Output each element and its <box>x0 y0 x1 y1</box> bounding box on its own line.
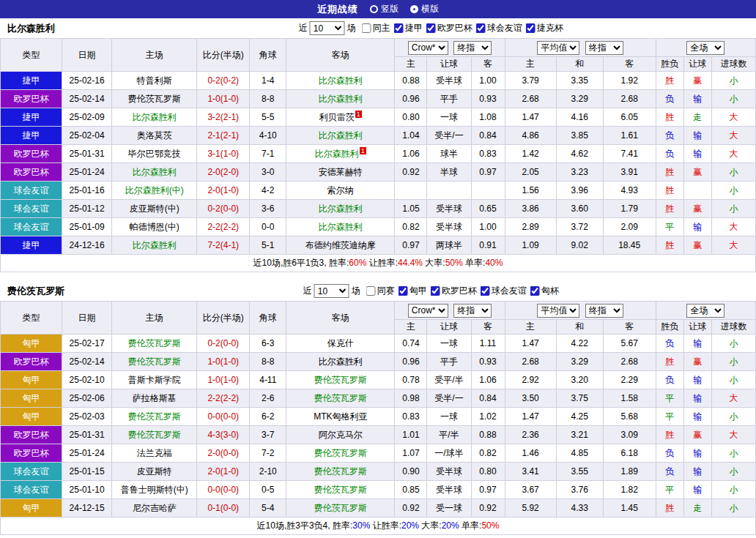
avg-draw-cell: 3.85 <box>556 127 603 145</box>
summary-part: 50% <box>445 258 463 268</box>
games-label: 场 <box>352 285 360 297</box>
summary-part: 胜率: <box>333 520 352 531</box>
col-odds-home: 主 <box>395 57 427 72</box>
team-name-cell: 萨拉格斯基 <box>112 389 197 408</box>
checkbox-input[interactable] <box>426 23 436 33</box>
avg-home-cell: 3.86 <box>505 200 556 218</box>
filter-checkbox-欧罗巴杯[interactable]: 欧罗巴杯 <box>426 22 472 34</box>
result-cell: 大 <box>711 108 755 127</box>
scope-select[interactable]: 全场 <box>686 41 724 55</box>
checkbox-input[interactable] <box>399 286 408 296</box>
checkbox-label: 捷甲 <box>405 22 423 34</box>
summary-part: 大率: <box>423 258 445 268</box>
result-cell: 输 <box>683 145 711 163</box>
layout-radio-vertical[interactable]: 竖版 <box>370 3 399 15</box>
odds-handicap-cell: 受平/半 <box>427 371 471 389</box>
checkbox-input[interactable] <box>394 23 404 33</box>
team-name-cell: 费伦茨瓦罗斯 <box>112 426 197 444</box>
checkbox-input[interactable] <box>481 286 490 296</box>
result-cell: 平 <box>656 481 683 499</box>
summary-part: 单率: <box>463 258 486 268</box>
odds-source-select[interactable]: Crow* <box>408 304 448 318</box>
checkbox-input[interactable] <box>362 23 371 33</box>
team-name-cell: 费伦茨瓦罗斯 <box>112 335 197 353</box>
col-avg-draw: 和 <box>556 57 603 72</box>
filter-checkbox-欧罗巴杯[interactable]: 欧罗巴杯 <box>431 285 477 297</box>
avg-home-cell: 1.47 <box>505 335 556 353</box>
checkbox-input[interactable] <box>530 286 540 296</box>
avg-draw-cell: 9.02 <box>556 236 603 255</box>
date-cell: 25-02-09 <box>62 108 112 127</box>
scope-select[interactable]: 全场 <box>686 304 724 318</box>
col-result: 胜负 <box>656 57 683 72</box>
checkbox-label: 捷克杯 <box>537 22 563 34</box>
league-badge: 欧罗巴杯 <box>1 426 62 444</box>
odds-handicap-cell: 平/半 <box>427 426 471 444</box>
league-badge: 欧罗巴杯 <box>1 145 62 163</box>
checkbox-input[interactable] <box>431 286 440 296</box>
score-cell: 0-2(0-0) <box>197 335 250 353</box>
avg-home-cell: 1.46 <box>505 444 556 463</box>
result-cell: 输 <box>683 408 711 426</box>
odds-final-select[interactable]: 终指 <box>453 41 492 55</box>
score-cell: 2-2(2-2) <box>197 218 250 236</box>
date-cell: 25-01-24 <box>62 163 112 182</box>
odds-final-select[interactable]: 终指 <box>453 304 492 318</box>
match-count-select[interactable]: 10 <box>310 21 345 35</box>
date-cell: 25-02-03 <box>62 408 112 426</box>
summary-part: 胜率: <box>329 258 349 268</box>
avg-source-select[interactable]: 平均值 <box>537 41 579 55</box>
team-name-cell: 比尔森胜利 <box>286 72 395 90</box>
filter-checkbox-球会友谊[interactable]: 球会友谊 <box>481 285 527 297</box>
filter-checkbox-同主[interactable]: 同主 <box>362 22 390 34</box>
section-header: 费伦茨瓦罗斯 近 10 场 同赛匈甲欧罗巴杯球会友谊匈杯 <box>0 281 756 301</box>
odds-away-cell: 0.84 <box>471 389 505 408</box>
filter-checkbox-匈甲[interactable]: 匈甲 <box>399 285 427 297</box>
avg-draw-cell: 4.16 <box>556 108 603 127</box>
league-badge: 匈甲 <box>1 335 62 353</box>
summary-part: 让胜率: <box>370 520 401 531</box>
result-cell: 胜 <box>656 200 683 218</box>
odds-group-header: Crow* 终指 <box>395 302 505 320</box>
odds-home-cell: 0.83 <box>395 408 427 426</box>
result-cell: 小 <box>711 72 755 90</box>
filter-checkbox-捷克杯[interactable]: 捷克杯 <box>526 22 563 34</box>
odds-away-cell: 0.80 <box>471 463 505 481</box>
summary-part: 30% <box>352 520 370 531</box>
match-row: 欧罗巴杯25-01-24比尔森胜利2-0(2-0)3-0安德莱赫特0.92半球0… <box>1 163 756 182</box>
checkbox-input[interactable] <box>476 23 486 33</box>
avg-final-select[interactable]: 终指 <box>585 41 623 55</box>
avg-home-cell: 3.50 <box>505 389 556 408</box>
avg-home-cell: 5.92 <box>505 499 556 518</box>
filter-checkbox-匈杯[interactable]: 匈杯 <box>530 285 559 297</box>
score-cell: 2-2(2-2) <box>197 389 250 408</box>
filter-checkbox-捷甲[interactable]: 捷甲 <box>394 22 423 34</box>
col-home: 主场 <box>112 302 197 335</box>
avg-away-cell: 7.41 <box>603 145 656 163</box>
avg-home-cell: 1.09 <box>505 236 556 255</box>
avg-final-select[interactable]: 终指 <box>585 304 623 318</box>
team-title: 费伦茨瓦罗斯 <box>7 285 64 298</box>
filter-checkbox-球会友谊[interactable]: 球会友谊 <box>476 22 522 34</box>
avg-draw-cell: 3.20 <box>556 371 603 389</box>
summary-part: 20% <box>401 520 419 531</box>
avg-draw-cell: 3.76 <box>556 481 603 499</box>
col-home: 主场 <box>112 39 197 72</box>
odds-away-cell: 1.00 <box>471 218 505 236</box>
odds-home-cell: 0.90 <box>395 463 427 481</box>
team-name-cell: 皮亚斯特 <box>112 463 197 481</box>
match-count-select[interactable]: 10 <box>314 284 349 298</box>
filter-checkbox-同赛[interactable]: 同赛 <box>366 285 395 297</box>
checkbox-input[interactable] <box>526 23 536 33</box>
odds-source-select[interactable]: Crow* <box>408 41 448 55</box>
layout-radio-horizontal[interactable]: 横版 <box>410 3 439 15</box>
match-row: 捷甲25-02-04奥洛莫茨2-1(2-1)4-10比尔森胜利1.04受半/一0… <box>1 127 756 145</box>
team-name-cell: 比尔森胜利1 <box>286 145 395 163</box>
result-cell: 小 <box>711 182 755 200</box>
league-badge: 捷甲 <box>1 108 62 127</box>
result-cell: 小 <box>711 335 755 353</box>
avg-source-select[interactable]: 平均值 <box>537 304 579 318</box>
titlebar: 近期战绩 竖版 横版 <box>0 0 756 18</box>
col-away: 客场 <box>286 302 395 335</box>
checkbox-input[interactable] <box>366 286 376 296</box>
